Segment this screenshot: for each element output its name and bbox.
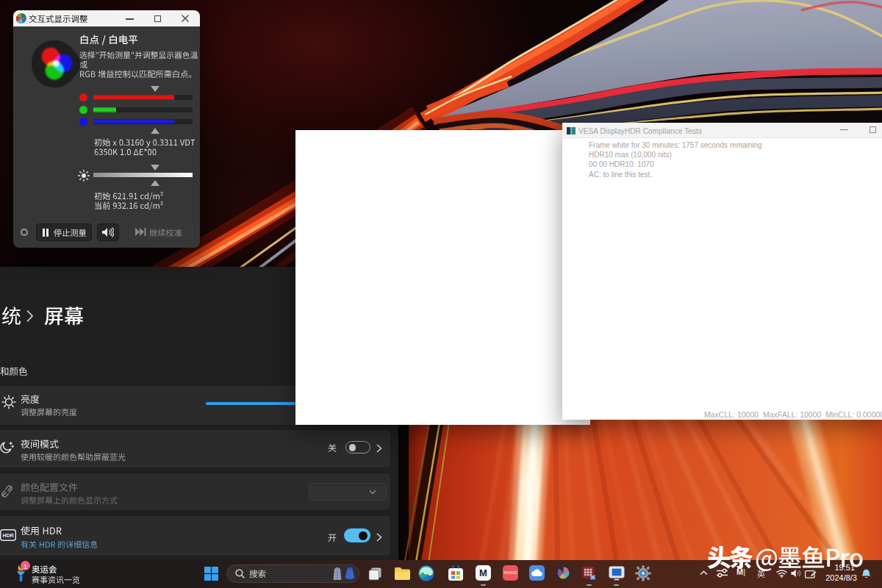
svg-text:HDR: HDR [2, 533, 13, 538]
